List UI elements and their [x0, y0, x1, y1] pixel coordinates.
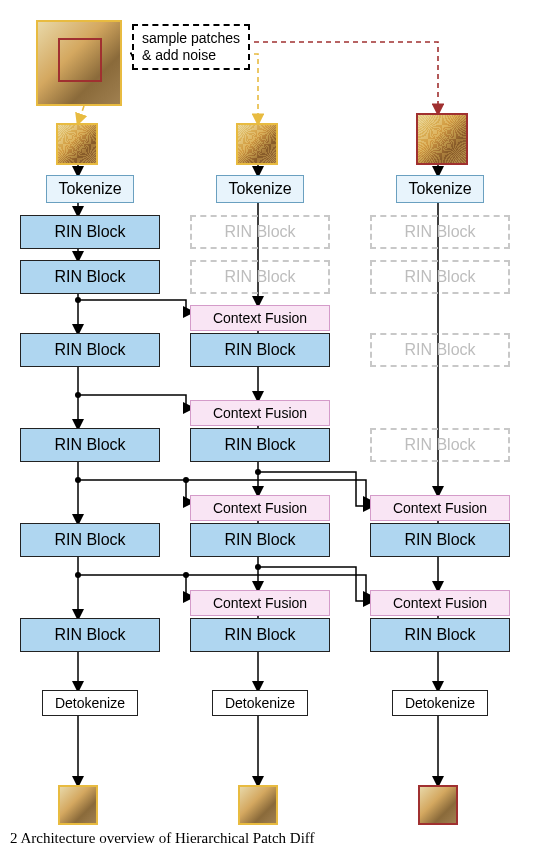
block-label: RIN Block	[404, 223, 475, 241]
block-label: Tokenize	[408, 180, 471, 198]
junction-dot	[183, 572, 189, 578]
block-label: RIN Block	[54, 436, 125, 454]
note-text: sample patches & add noise	[142, 30, 240, 63]
junction-dot	[255, 564, 261, 570]
rin-block: RIN Block	[190, 618, 330, 652]
sample-arrow	[78, 106, 84, 123]
block-label: Detokenize	[405, 695, 475, 711]
block-label: Context Fusion	[213, 595, 307, 611]
flow-arrow	[78, 480, 192, 502]
block-label: RIN Block	[404, 268, 475, 286]
figure-caption: 2 Architecture overview of Hierarchical …	[10, 830, 315, 846]
ghost-block: RIN Block	[370, 428, 510, 462]
block-label: Tokenize	[228, 180, 291, 198]
image-col2_out	[238, 785, 278, 825]
block-label: RIN Block	[404, 626, 475, 644]
junction-dot	[183, 477, 189, 483]
rin-block: RIN Block	[20, 428, 160, 462]
junction-dot	[75, 392, 81, 398]
fusion-block: Context Fusion	[190, 400, 330, 426]
rin-block: RIN Block	[190, 523, 330, 557]
block-label: RIN Block	[54, 531, 125, 549]
ghost-block: RIN Block	[190, 215, 330, 249]
block-label: RIN Block	[224, 341, 295, 359]
block-label: RIN Block	[224, 223, 295, 241]
block-label: RIN Block	[224, 531, 295, 549]
fusion-block: Context Fusion	[190, 305, 330, 331]
image-col2_top	[236, 123, 278, 165]
fusion-block: Context Fusion	[190, 495, 330, 521]
block-label: Detokenize	[225, 695, 295, 711]
image-col1_top	[56, 123, 98, 165]
ghost-block: RIN Block	[370, 215, 510, 249]
fusion-block: Context Fusion	[190, 590, 330, 616]
block-label: RIN Block	[224, 436, 295, 454]
rin-block: RIN Block	[190, 428, 330, 462]
flow-arrow	[78, 395, 192, 408]
block-label: Context Fusion	[213, 500, 307, 516]
detokenize-block: Detokenize	[392, 690, 488, 716]
detokenize-block: Detokenize	[42, 690, 138, 716]
block-label: RIN Block	[54, 223, 125, 241]
block-label: RIN Block	[404, 531, 475, 549]
block-label: Context Fusion	[213, 405, 307, 421]
block-label: RIN Block	[224, 268, 295, 286]
sample-note: sample patches & add noise	[132, 24, 250, 70]
block-label: Context Fusion	[213, 310, 307, 326]
rin-block: RIN Block	[20, 260, 160, 294]
rin-block: RIN Block	[20, 215, 160, 249]
rin-block: RIN Block	[190, 333, 330, 367]
tokenize-block: Tokenize	[216, 175, 304, 203]
ghost-block: RIN Block	[370, 333, 510, 367]
rin-block: RIN Block	[20, 618, 160, 652]
junction-dot	[255, 469, 261, 475]
block-label: Context Fusion	[393, 595, 487, 611]
ghost-block: RIN Block	[190, 260, 330, 294]
flow-arrow	[78, 575, 192, 597]
image-col1_out	[58, 785, 98, 825]
image-col3_out	[418, 785, 458, 825]
detokenize-block: Detokenize	[212, 690, 308, 716]
rin-block: RIN Block	[370, 523, 510, 557]
block-label: Context Fusion	[393, 500, 487, 516]
junction-dot	[75, 572, 81, 578]
ghost-block: RIN Block	[370, 260, 510, 294]
block-label: RIN Block	[404, 436, 475, 454]
crop-rect	[58, 38, 102, 82]
flow-arrow	[78, 300, 192, 312]
block-label: RIN Block	[404, 341, 475, 359]
rin-block: RIN Block	[20, 523, 160, 557]
junction-dot	[75, 297, 81, 303]
tokenize-block: Tokenize	[46, 175, 134, 203]
block-label: Detokenize	[55, 695, 125, 711]
block-label: RIN Block	[224, 626, 295, 644]
rin-block: RIN Block	[20, 333, 160, 367]
tokenize-block: Tokenize	[396, 175, 484, 203]
fusion-block: Context Fusion	[370, 590, 510, 616]
junction-dot	[75, 477, 81, 483]
image-col3_top	[416, 113, 468, 165]
rin-block: RIN Block	[370, 618, 510, 652]
block-label: RIN Block	[54, 626, 125, 644]
block-label: RIN Block	[54, 268, 125, 286]
sample-arrow	[218, 42, 438, 113]
block-label: RIN Block	[54, 341, 125, 359]
block-label: Tokenize	[58, 180, 121, 198]
fusion-block: Context Fusion	[370, 495, 510, 521]
